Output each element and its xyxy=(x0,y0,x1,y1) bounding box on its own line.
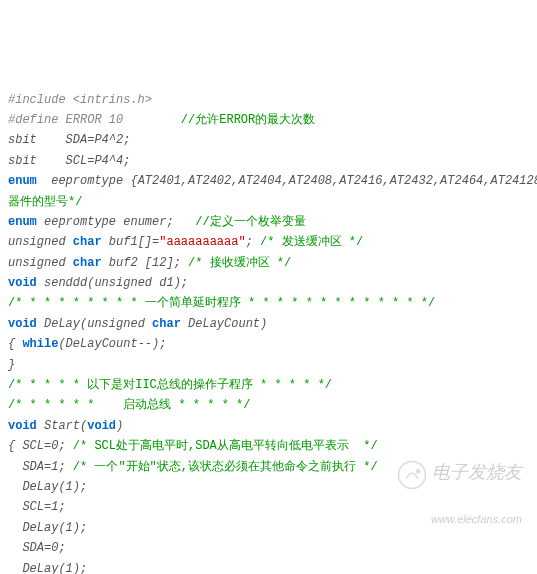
code-token: enum xyxy=(8,174,37,188)
code-token: /* 接收缓冲区 */ xyxy=(188,256,291,270)
code-line: enum eepromtype enumer; //定义一个枚举变量 xyxy=(8,212,529,232)
code-line: sbit SCL=P4^4; xyxy=(8,151,529,171)
logo-icon xyxy=(397,460,427,490)
code-token: void xyxy=(8,317,37,331)
code-token: buf2 [12]; xyxy=(102,256,188,270)
code-token: void xyxy=(87,419,116,433)
code-token: sbit SDA=P4^2; xyxy=(8,133,130,147)
code-token: while xyxy=(22,337,58,351)
code-token: sbit SCL=P4^4; xyxy=(8,154,130,168)
watermark: 电子发烧友 www.elecfans.com xyxy=(390,436,522,549)
code-token: DeLay(1); xyxy=(8,521,87,535)
code-token: /* * * * * 以下是对IIC总线的操作子程序 * * * * */ xyxy=(8,378,332,392)
code-token: eepromtype enumer; xyxy=(37,215,195,229)
code-token: DeLay(1); xyxy=(8,480,87,494)
code-token: SDA=1; xyxy=(8,460,73,474)
code-line: /* * * * * 以下是对IIC总线的操作子程序 * * * * */ xyxy=(8,375,529,395)
code-token: (DeLayCount--); xyxy=(58,337,166,351)
code-line: #include <intrins.h> xyxy=(8,90,529,110)
watermark-url: www.elecfans.com xyxy=(390,510,522,529)
code-token: Start( xyxy=(37,419,87,433)
code-token: ) xyxy=(116,419,123,433)
code-token: //允许ERROR的最大次数 xyxy=(181,113,315,127)
code-token: #define ERROR 10 xyxy=(8,113,181,127)
code-line: void DeLay(unsigned char DeLayCount) xyxy=(8,314,529,334)
code-token: eepromtype {AT2401,AT2402,AT2404,AT2408,… xyxy=(37,174,537,188)
code-token: char xyxy=(152,317,181,331)
code-token: unsigned xyxy=(8,235,73,249)
code-token: { xyxy=(8,337,22,351)
code-token: char xyxy=(73,256,102,270)
code-token: void xyxy=(8,419,37,433)
code-token: 器件的型号*/ xyxy=(8,195,82,209)
code-line: /* * * * * * * * * 一个简单延时程序 * * * * * * … xyxy=(8,293,529,313)
code-line: unsigned char buf2 [12]; /* 接收缓冲区 */ xyxy=(8,253,529,273)
code-line: unsigned char buf1[]="aaaaaaaaaa"; /* 发送… xyxy=(8,232,529,252)
code-token: /* 一个"开始"状态,该状态必须在其他命令之前执行 */ xyxy=(73,460,378,474)
code-token: ; xyxy=(246,235,260,249)
code-line: { while(DeLayCount--); xyxy=(8,334,529,354)
code-token: #include <intrins.h> xyxy=(8,93,152,107)
code-token: { SCL=0; xyxy=(8,439,73,453)
code-token: /* * * * * * * * * 一个简单延时程序 * * * * * * … xyxy=(8,296,435,310)
code-token: DeLay(unsigned xyxy=(37,317,152,331)
code-line: } xyxy=(8,355,529,375)
code-line: /* * * * * * 启动总线 * * * * */ xyxy=(8,395,529,415)
code-line: sbit SDA=P4^2; xyxy=(8,130,529,150)
code-token: SDA=0; xyxy=(8,541,66,555)
code-token: enum xyxy=(8,215,37,229)
code-token: SCL=1; xyxy=(8,500,66,514)
svg-point-0 xyxy=(399,461,426,488)
watermark-text: 电子发烧友 xyxy=(432,462,522,482)
code-token: /* 发送缓冲区 */ xyxy=(260,235,363,249)
code-token: } xyxy=(8,358,15,372)
code-token: DeLay(1); xyxy=(8,562,87,574)
svg-point-1 xyxy=(416,469,421,474)
code-token: buf1[]= xyxy=(102,235,160,249)
code-token: /* SCL处于高电平时,SDA从高电平转向低电平表示 */ xyxy=(73,439,378,453)
code-token: "aaaaaaaaaa" xyxy=(159,235,245,249)
code-token: senddd(unsigned d1); xyxy=(37,276,188,290)
code-token: //定义一个枚举变量 xyxy=(195,215,305,229)
code-line: DeLay(1); xyxy=(8,559,529,574)
code-token: unsigned xyxy=(8,256,73,270)
code-token: DeLayCount) xyxy=(181,317,267,331)
code-line: void Start(void) xyxy=(8,416,529,436)
code-line: enum eepromtype {AT2401,AT2402,AT2404,AT… xyxy=(8,171,529,191)
code-token: /* * * * * * 启动总线 * * * * */ xyxy=(8,398,250,412)
code-line: #define ERROR 10 //允许ERROR的最大次数 xyxy=(8,110,529,130)
code-line: void senddd(unsigned d1); xyxy=(8,273,529,293)
code-token: void xyxy=(8,276,37,290)
code-token: char xyxy=(73,235,102,249)
code-line: 器件的型号*/ xyxy=(8,192,529,212)
